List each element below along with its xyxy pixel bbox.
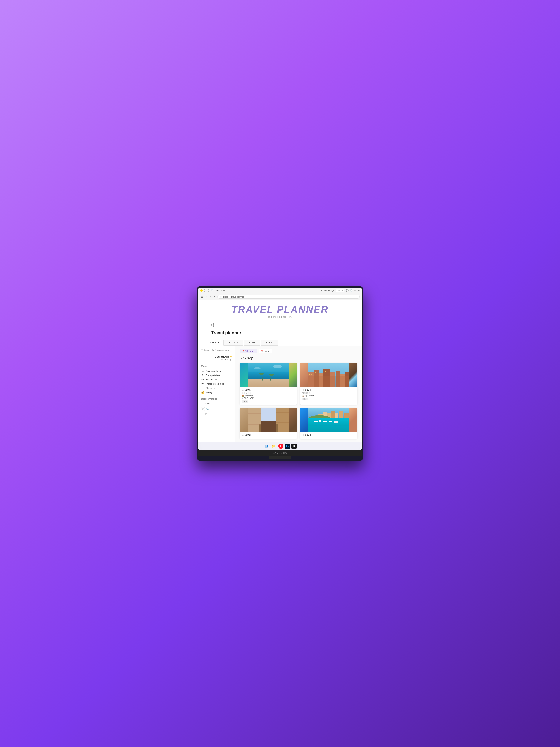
nav-plus[interactable]: +	[213, 295, 216, 299]
svg-rect-38	[331, 411, 335, 419]
plane-icon-1: ✈	[242, 397, 243, 399]
svg-rect-25	[276, 408, 289, 432]
nav-forward[interactable]: ›	[209, 295, 212, 299]
svg-point-4	[254, 367, 261, 369]
day2-tag: Nice	[302, 398, 308, 401]
day1-image	[240, 363, 297, 387]
day2-date: 10/06/2023	[302, 392, 355, 394]
sidebar-item-checklist[interactable]: ☰ Check list	[201, 386, 232, 390]
nav-back[interactable]: ‹	[206, 295, 208, 299]
tab-misc[interactable]: ▶ MISC	[261, 340, 278, 345]
svg-rect-22	[325, 371, 325, 372]
sidebar-item-money[interactable]: 💰 Money	[201, 390, 232, 394]
misc-arrow-icon: ▶	[266, 341, 267, 344]
notion-favicon: 📄	[211, 289, 213, 291]
day2-star: ☆	[302, 389, 304, 391]
day3-label: Day 3	[245, 434, 250, 436]
day1-tag: Nice	[242, 401, 248, 403]
day-card-4: ☆ Day 4	[300, 408, 357, 439]
day1-body: ☆ Day 1 09/06/2023 🏠 Apartment ✈	[240, 387, 297, 405]
browser-titlebar: 📄 Travel planner Edited 49m ago Share 💬 …	[198, 287, 362, 293]
monitor-frame: 📄 Travel planner Edited 49m ago Share 💬 …	[197, 286, 363, 461]
breadcrumb-sep: ›	[229, 296, 230, 298]
task-checkbox-icon[interactable]: ☐	[201, 407, 205, 411]
countdown-value: 2d 5h to go	[201, 358, 232, 361]
tab-tasks[interactable]: ▶ TASKS	[224, 340, 243, 345]
svg-rect-46	[319, 420, 321, 422]
restaurants-icon: 🍽	[201, 378, 204, 381]
task-action-icons: ☐ 📎	[201, 407, 232, 411]
svg-rect-34	[261, 421, 276, 432]
day4-image	[300, 408, 357, 432]
sidebar-item-accommodation[interactable]: 🏛 Accommodation	[201, 369, 232, 373]
sidebar-item-things[interactable]: 👁 Things to see & do	[201, 382, 232, 386]
main-content: 📍 Whole trip 📅 Today Itinerary	[235, 346, 362, 442]
notion-small-icon: 📄	[220, 296, 222, 298]
comment-icon[interactable]: 💬	[346, 289, 348, 292]
svg-rect-24	[248, 408, 261, 432]
edited-status: Edited 49m ago	[320, 289, 334, 292]
section-title: Itinerary	[240, 356, 357, 360]
tab-life[interactable]: ▶ LIFE	[244, 340, 260, 345]
star-icon[interactable]: ☆	[354, 289, 356, 292]
tasks-item[interactable]: ☐ Tasks 2	[201, 402, 232, 406]
calendar-icon: 📅	[261, 350, 264, 352]
tab-home[interactable]: ⌂ HOME	[206, 340, 223, 345]
sidebar-item-transportation[interactable]: ✈ Transportation	[201, 373, 232, 378]
task-attach-icon[interactable]: 📎	[206, 407, 209, 411]
apartment-icon-2: 🏠	[302, 395, 304, 397]
main-title: TRAVEL PLANNER	[206, 304, 354, 315]
page-header: TRAVEL PLANNER milliondollarhabit.com ✈ …	[198, 300, 362, 340]
svg-rect-50	[308, 426, 349, 432]
tags-lines-icon: ≡	[201, 412, 202, 415]
history-icon[interactable]: 🕐	[350, 289, 353, 292]
close-button[interactable]	[207, 289, 209, 292]
day-card-2: ☆ Day 2 10/06/2023 🏠 Apartment Nice	[300, 363, 357, 405]
more-icon[interactable]: •••	[357, 289, 359, 292]
countdown-star-icon: ✦	[230, 355, 232, 358]
svg-rect-19	[309, 374, 310, 375]
maximize-button[interactable]	[204, 289, 206, 292]
day-card-3: ☆ Day 3	[240, 408, 297, 439]
day2-label: Day 2	[305, 389, 311, 391]
doc-title-underline	[211, 337, 349, 337]
minimize-button[interactable]	[201, 289, 203, 292]
day3-body: ☆ Day 3	[240, 432, 297, 439]
photoshop-button[interactable]: Ps	[285, 443, 290, 449]
breadcrumb-travel: Travel planner	[231, 296, 244, 298]
things-icon: 👁	[201, 382, 204, 385]
tasks-icon: ☐	[201, 403, 203, 405]
opera-button[interactable]: O	[278, 443, 283, 449]
day2-body: ☆ Day 2 10/06/2023 🏠 Apartment Nice	[300, 387, 357, 403]
notion-button[interactable]: N	[292, 443, 297, 449]
day1-transport: ✈ BEG - NCE	[242, 397, 295, 399]
svg-rect-45	[314, 421, 318, 422]
svg-rect-2	[248, 380, 289, 387]
taskbar: ⊞ 📁 O Ps N	[198, 442, 362, 450]
countdown-label: Countdown	[215, 355, 229, 358]
location-pin-icon: 📍	[242, 350, 245, 352]
svg-rect-21	[315, 372, 316, 373]
plane-icon-header: ✈	[211, 321, 349, 329]
back-button[interactable]: ☰	[201, 295, 204, 299]
svg-rect-49	[334, 421, 338, 422]
monitor-screen: 📄 Travel planner Edited 49m ago Share 💬 …	[198, 287, 362, 450]
day2-accommodation: 🏠 Apartment	[302, 395, 355, 397]
day1-date: 09/06/2023	[242, 392, 295, 394]
address-bar[interactable]: 📄 Neda › Travel planner	[217, 295, 359, 299]
windows-start-button[interactable]: ⊞	[263, 443, 269, 449]
itinerary-grid: ☆ Day 1 09/06/2023 🏠 Apartment ✈	[240, 363, 357, 439]
accommodation-icon: 🏛	[201, 369, 204, 372]
subtitle: milliondollarhabit.com	[206, 316, 354, 318]
tagline-plane-icon: ✈	[201, 349, 203, 351]
transportation-icon: ✈	[201, 374, 204, 377]
filter-today[interactable]: 📅 Today	[259, 349, 272, 353]
svg-rect-48	[329, 421, 332, 422]
sidebar-item-restaurants[interactable]: 🍽 Restaurants	[201, 378, 232, 382]
page-content: TRAVEL PLANNER milliondollarhabit.com ✈ …	[198, 300, 362, 450]
file-explorer-button[interactable]: 📁	[271, 443, 277, 449]
share-button[interactable]: Share	[336, 289, 344, 292]
filter-whole-trip[interactable]: 📍 Whole trip	[240, 349, 257, 353]
tasks-count: 2	[211, 403, 212, 405]
day4-body: ☆ Day 4	[300, 432, 357, 439]
